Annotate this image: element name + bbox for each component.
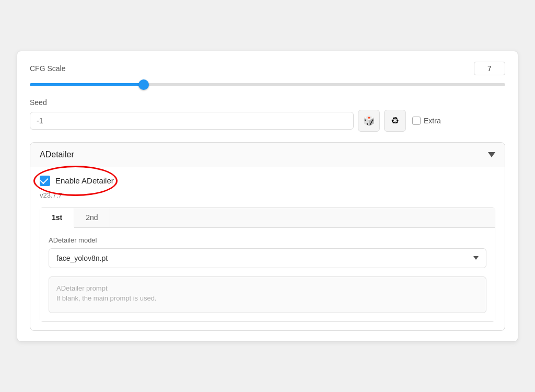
seed-input[interactable] [30,112,354,130]
seed-row: 🎲 ♻ Extra [30,110,505,132]
adetailer-title: ADetailer [40,150,74,159]
tab-content-1st: ADetailer model face_yolov8n.pt ADetaile… [40,228,495,321]
adetailer-tabs-container: 1st 2nd ADetailer model face_yolov8n.pt … [40,207,495,322]
tab-2nd[interactable]: 2nd [74,208,110,227]
enable-adetailer-label[interactable]: Enable ADetailer [55,176,114,185]
model-chevron-icon [473,256,479,260]
adetailer-collapse-icon [488,152,495,157]
cfg-scale-track [30,83,505,86]
recycle-icon: ♻ [391,115,399,126]
adetailer-section: ADetailer Enable ADetailer v23.7.7 1st 2… [30,142,505,331]
enable-adetailer-row: Enable ADetailer [40,176,495,186]
extra-label: Extra [424,117,441,125]
dice-icon: 🎲 [363,115,375,126]
cfg-scale-slider-container[interactable] [30,79,505,90]
cfg-scale-section: CFG Scale [30,62,505,90]
cfg-scale-thumb[interactable] [138,79,149,90]
prompt-area[interactable]: ADetailer prompt If blank, the main prom… [49,276,486,313]
extra-row: Extra [412,117,441,125]
main-panel: CFG Scale Seed 🎲 ♻ Extra AD [17,51,518,342]
model-label: ADetailer model [49,236,486,244]
seed-section: Seed 🎲 ♻ Extra [30,98,505,132]
prompt-placeholder: ADetailer prompt If blank, the main prom… [56,283,479,304]
adetailer-body: Enable ADetailer v23.7.7 1st 2nd ADetail… [30,167,505,330]
model-select[interactable]: face_yolov8n.pt [49,248,486,268]
tab-1st[interactable]: 1st [40,208,74,228]
extra-checkbox[interactable] [412,117,421,125]
enable-adetailer-checkbox[interactable] [40,176,50,186]
model-selected-value: face_yolov8n.pt [56,254,108,262]
tabs-header: 1st 2nd [40,208,495,228]
seed-label: Seed [30,98,505,107]
adetailer-version: v23.7.7 [40,191,495,199]
dice-button[interactable]: 🎲 [358,110,380,132]
cfg-scale-input[interactable] [474,62,505,75]
recycle-button[interactable]: ♻ [384,110,406,132]
cfg-scale-label: CFG Scale [30,64,65,73]
adetailer-header[interactable]: ADetailer [30,143,505,167]
